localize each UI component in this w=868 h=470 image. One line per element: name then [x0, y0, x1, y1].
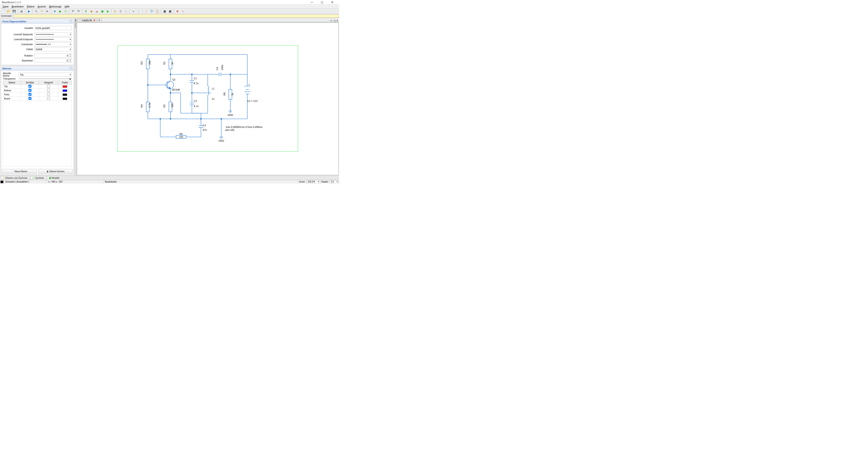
undo-icon[interactable]: ↶	[71, 9, 75, 13]
max-icon[interactable]: ▢	[334, 20, 336, 22]
text-icon[interactable]: 📋	[155, 9, 159, 13]
visible-checkbox[interactable]	[29, 89, 31, 92]
min-icon[interactable]: –	[96, 20, 97, 22]
tool7-icon[interactable]: ⚙	[118, 9, 123, 13]
tab-symbole[interactable]: ⬠Symbole	[31, 176, 46, 180]
menu-datei[interactable]: Datei	[1, 5, 10, 8]
tool9-icon[interactable]: ●	[131, 9, 135, 13]
command-label: Command :	[0, 15, 13, 17]
pin-icon[interactable]: 📌	[93, 20, 95, 22]
restore-icon[interactable]: ↗	[330, 20, 332, 22]
path-icon[interactable]: Ⓐ	[149, 9, 154, 13]
tool8-icon[interactable]: ⚬	[124, 9, 128, 13]
maximize-button[interactable]: ▢	[317, 0, 327, 4]
status-coords: x : 344 y : 252	[47, 180, 103, 184]
linewidth-combo[interactable]: 2.0▼	[35, 42, 72, 46]
minimize-button[interactable]: —	[307, 0, 317, 4]
current-layer-combo[interactable]: Top▼	[19, 72, 72, 76]
close2-icon[interactable]: ✕	[336, 20, 338, 22]
menu-bearbeiten[interactable]: Bearbeiten	[10, 5, 25, 8]
menu-platine[interactable]: Platine	[26, 5, 36, 8]
svg-text:C2: C2	[194, 100, 197, 102]
visible-checkbox[interactable]	[29, 93, 31, 96]
new-icon[interactable]: 📄	[1, 9, 5, 13]
rect-icon[interactable]: ■	[53, 9, 57, 13]
slider-thumb[interactable]: ⬙	[69, 77, 72, 80]
menu-ansicht[interactable]: Ansicht	[36, 5, 47, 8]
fillstyle-combo[interactable]: Gefüllt▼	[35, 47, 72, 51]
tri-icon[interactable]: ▶	[58, 9, 62, 13]
status-color-swatch[interactable]	[0, 181, 3, 183]
svg-text:R6: R6	[223, 92, 226, 96]
lineend-combo[interactable]: ▼	[35, 37, 72, 41]
visible-checkbox[interactable]	[29, 97, 31, 100]
selected-field[interactable]	[35, 26, 72, 30]
svg-text:100n: 100n	[221, 65, 223, 70]
close-button[interactable]: ✕	[327, 0, 337, 4]
tool5-icon[interactable]: ◉	[105, 9, 110, 13]
svg-text:47n: 47n	[203, 129, 207, 131]
form-properties-header[interactable]: Form Eigenschaften ⌃	[1, 19, 74, 24]
status-bar: Einrasten | Auswählen | x : 344 y : 252 …	[0, 180, 339, 184]
color-swatch[interactable]	[63, 86, 67, 88]
tool6-icon[interactable]: ◎	[113, 9, 117, 13]
tool3-icon[interactable]: ☁	[94, 9, 99, 13]
pencil-icon[interactable]: ✎	[39, 9, 44, 13]
startangle-spinner[interactable]: ▲▼	[35, 59, 72, 63]
transparency-slider[interactable]	[19, 79, 72, 79]
svg-text:2.7k: 2.7k	[148, 103, 151, 107]
svg-text:+: +	[248, 83, 250, 86]
color-swatch[interactable]	[63, 98, 67, 100]
save-icon[interactable]: 💾	[12, 9, 16, 13]
svg-point-37	[170, 92, 171, 94]
tool1-icon[interactable]: ⬆	[84, 9, 88, 13]
tool2-icon[interactable]: ◆	[89, 9, 94, 13]
collapse-icon[interactable]: ⌃	[69, 67, 72, 70]
edit-icon[interactable]: ✏	[45, 9, 50, 13]
redo-icon[interactable]: ↷	[76, 9, 81, 13]
collapse-icon[interactable]: ⌃	[69, 20, 72, 23]
magnet-icon[interactable]: ∩	[181, 9, 185, 13]
locked-checkbox[interactable]	[47, 93, 50, 96]
menu-werkzeuge[interactable]: Werkzeuge	[48, 5, 63, 8]
document-tabs: ⬚ colpitts.bb 📌 – ✕ ↗ – ▢ ✕	[76, 18, 339, 22]
raster-combo[interactable]: 1/1▼	[330, 180, 339, 184]
poly-icon[interactable]: ⬠	[63, 9, 68, 13]
col-ebene: Ebene	[3, 81, 21, 85]
min2-icon[interactable]: –	[332, 20, 333, 22]
color-swatch[interactable]	[63, 94, 67, 96]
locked-checkbox[interactable]	[47, 97, 50, 100]
play-icon[interactable]: ▶	[27, 9, 31, 13]
line-icon[interactable]: ╱	[144, 9, 149, 13]
svg-text:R5: R5	[180, 133, 183, 135]
status-snap: Einrasten | Auswählen |	[4, 180, 47, 184]
svg-text:U1 = 12V: U1 = 12V	[247, 100, 258, 102]
tab-colpitts[interactable]: ⬚ colpitts.bb 📌 – ✕	[77, 19, 102, 22]
new-layer-button[interactable]: 📄 Neue Ebene	[2, 169, 37, 174]
menu-hilfe[interactable]: Hilfe	[63, 5, 71, 8]
grid2-icon[interactable]: ▦	[168, 9, 172, 13]
command-input[interactable]	[13, 14, 339, 18]
print-icon[interactable]: 🖨	[19, 9, 24, 13]
table-row: Board	[3, 97, 72, 101]
tab-modelle[interactable]: ⬢Modelle	[47, 176, 62, 180]
zoom-combo[interactable]: 100.0%▼	[307, 180, 320, 184]
open-icon[interactable]: 📂	[6, 9, 11, 13]
layers-header[interactable]: Ebenen ⌃	[1, 66, 74, 71]
svg-text:R3: R3	[141, 61, 143, 65]
locked-checkbox[interactable]	[47, 89, 50, 92]
delete-layer-button[interactable]: 🗑 Ebene löschen	[38, 169, 73, 174]
target-icon[interactable]: ⊕	[175, 9, 180, 13]
tool4-icon[interactable]: ▣	[100, 9, 104, 13]
tab-ebenen[interactable]: ✎Ebenen und Zeichnen	[1, 176, 30, 180]
color-swatch[interactable]	[63, 90, 67, 92]
tool10-icon[interactable]: ⟋	[136, 9, 141, 13]
cursor-icon[interactable]: ↖	[34, 9, 39, 13]
visible-checkbox[interactable]	[29, 85, 31, 88]
schematic-canvas[interactable]: + -	[77, 23, 339, 175]
locked-checkbox[interactable]	[47, 85, 50, 88]
rotation-spinner[interactable]: ▲▼	[35, 54, 72, 58]
close-tab-icon[interactable]: ✕	[98, 20, 100, 22]
linestart-combo[interactable]: ▼	[35, 32, 72, 36]
grid1-icon[interactable]: ▦	[162, 9, 167, 13]
